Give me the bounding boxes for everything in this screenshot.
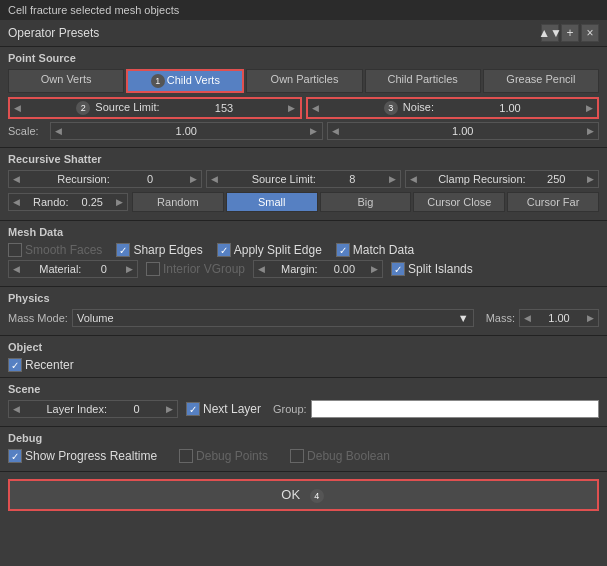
match-data-cb[interactable] [336,243,350,257]
presets-add-btn[interactable]: + [561,24,579,42]
rando-value: 0.25 [82,196,103,208]
recursion-value: 0 [147,173,153,185]
group-label: Group: [273,403,307,415]
object-title: Object [8,341,599,353]
clamp-recursion-label: Clamp Recursion: [438,173,525,185]
rec-source-limit-field[interactable]: ◀ Source Limit: 8 ▶ [206,170,400,188]
smooth-faces-cb[interactable] [8,243,22,257]
split-islands-cb[interactable] [391,262,405,276]
presets-remove-btn[interactable]: × [581,24,599,42]
noise-field[interactable]: ◀ 3 Noise: 1.00 ▶ [306,97,600,119]
scale-value1: 1.00 [176,125,197,137]
btn-big[interactable]: Big [320,192,412,212]
interior-vgroup-label: Interior VGroup [163,262,245,276]
recenter-label: Recenter [25,358,74,372]
source-limit-field[interactable]: ◀ 2 Source Limit: 153 ▶ [8,97,302,119]
mesh-data-section: Mesh Data Smooth Faces Sharp Edges Apply… [0,221,607,287]
next-layer-label: Next Layer [203,402,261,416]
ok-button[interactable]: OK 4 [8,479,599,511]
operator-presets-bar: Operator Presets ▲▼ + × [0,20,607,47]
title-text: Cell fracture selected mesh objects [8,4,179,16]
noise-value: 1.00 [499,102,520,114]
ok-section: OK 4 [0,472,607,516]
point-source-title: Point Source [8,52,599,64]
debug-boolean-label: Debug Boolean [307,449,390,463]
btn-small[interactable]: Small [226,192,318,212]
tab-own-verts[interactable]: Own Verts [8,69,124,93]
mass-mode-dropdown[interactable]: Volume ▼ [72,309,474,327]
operator-presets-label: Operator Presets [8,26,99,40]
scale-label: Scale: [8,125,46,137]
next-layer-cb[interactable] [186,402,200,416]
group-input[interactable] [311,400,599,418]
source-limit-value: 153 [215,102,233,114]
sharp-edges-cb[interactable] [116,243,130,257]
rando-field[interactable]: ◀ Rando: 0.25 ▶ [8,193,128,211]
tab-child-verts[interactable]: 1Child Verts [126,69,244,93]
debug-title: Debug [8,432,599,444]
rando-label: Rando: [33,196,68,208]
mass-label: Mass: [486,312,515,324]
source-limit-label: Source Limit: [95,101,159,113]
tab-child-particles[interactable]: Child Particles [365,69,481,93]
point-source-section: Point Source Own Verts 1Child Verts Own … [0,47,607,148]
interior-vgroup-cb[interactable] [146,262,160,276]
debug-points-label: Debug Points [196,449,268,463]
smooth-faces-label: Smooth Faces [25,243,102,257]
recursion-field[interactable]: ◀ Recursion: 0 ▶ [8,170,202,188]
tab-own-particles[interactable]: Own Particles [246,69,362,93]
btn-cursor-close[interactable]: Cursor Close [413,192,505,212]
presets-updown-btn[interactable]: ▲▼ [541,24,559,42]
noise-label: Noise: [403,101,434,113]
debug-section: Debug Show Progress Realtime Debug Point… [0,427,607,472]
scale-field1[interactable]: ◀ 1.00 ▶ [50,122,323,140]
physics-section: Physics Mass Mode: Volume ▼ Mass: ◀ 1.00… [0,287,607,336]
margin-value: 0.00 [334,263,355,275]
object-section: Object Recenter [0,336,607,378]
show-progress-cb[interactable] [8,449,22,463]
split-islands-label: Split Islands [408,262,473,276]
clamp-recursion-field[interactable]: ◀ Clamp Recursion: 250 ▶ [405,170,599,188]
match-data-label: Match Data [353,243,414,257]
margin-field[interactable]: ◀ Margin: 0.00 ▶ [253,260,383,278]
recursion-label: Recursion: [57,173,110,185]
physics-title: Physics [8,292,599,304]
show-progress-label: Show Progress Realtime [25,449,157,463]
tab-grease-pencil[interactable]: Grease Pencil [483,69,599,93]
mass-field[interactable]: ◀ 1.00 ▶ [519,309,599,327]
debug-boolean-cb[interactable] [290,449,304,463]
btn-cursor-far[interactable]: Cursor Far [507,192,599,212]
margin-label: Margin: [281,263,318,275]
layer-index-label: Layer Index: [46,403,107,415]
material-label: Material: [39,263,81,275]
mesh-data-title: Mesh Data [8,226,599,238]
rec-source-limit-value: 8 [349,173,355,185]
clamp-recursion-value: 250 [547,173,565,185]
material-value: 0 [101,263,107,275]
title-bar: Cell fracture selected mesh objects [0,0,607,20]
mass-value: 1.00 [548,312,569,324]
apply-split-edge-cb[interactable] [217,243,231,257]
apply-split-edge-label: Apply Split Edge [234,243,322,257]
scale-value2: 1.00 [452,125,473,137]
rec-source-limit-label: Source Limit: [252,173,316,185]
scale-field2[interactable]: ◀ 1.00 ▶ [327,122,600,140]
btn-random[interactable]: Random [132,192,224,212]
mass-mode-label: Mass Mode: [8,312,68,324]
scene-title: Scene [8,383,599,395]
layer-index-value: 0 [133,403,139,415]
recenter-cb[interactable] [8,358,22,372]
scene-section: Scene ◀ Layer Index: 0 ▶ Next Layer Grou… [0,378,607,427]
layer-index-field[interactable]: ◀ Layer Index: 0 ▶ [8,400,178,418]
sharp-edges-label: Sharp Edges [133,243,202,257]
recursive-shatter-section: Recursive Shatter ◀ Recursion: 0 ▶ ◀ Sou… [0,148,607,221]
recursive-shatter-title: Recursive Shatter [8,153,599,165]
material-field[interactable]: ◀ Material: 0 ▶ [8,260,138,278]
debug-points-cb[interactable] [179,449,193,463]
